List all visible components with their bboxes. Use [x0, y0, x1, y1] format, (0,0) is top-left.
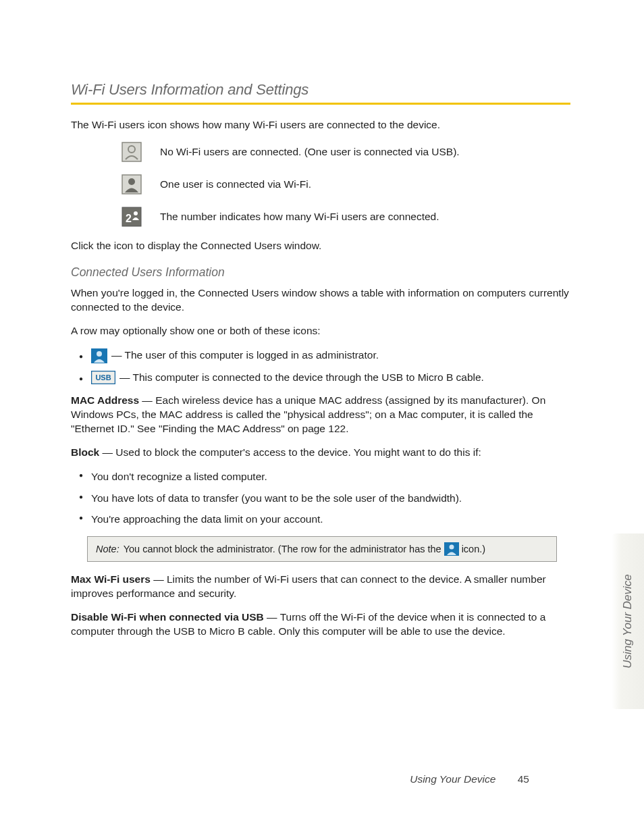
icon-bullet-0-text: — The user of this computer is logged in…: [111, 348, 379, 363]
svg-point-6: [134, 211, 138, 215]
icon-bullet-list: — The user of this computer is logged in…: [71, 348, 570, 385]
page-title: Wi-Fi Users Information and Settings: [71, 81, 570, 99]
note-label: Note:: [96, 544, 119, 554]
mac-address-body: — Each wireless device has a unique MAC …: [71, 394, 545, 434]
note-text-a: You cannot block the administrator. (The…: [124, 544, 441, 554]
icon-row-0: No Wi-Fi users are connected. (One user …: [71, 142, 570, 162]
block-reason-1: You have lots of data to transfer (you w…: [71, 491, 570, 506]
icon-bullet-1-text: — This computer is connected to the devi…: [119, 370, 484, 385]
admin-user-icon-small: [444, 542, 459, 556]
disable-wifi-lead: Disable Wi-Fi when connected via USB: [71, 611, 264, 623]
sub-paragraph-2: A row may optionally show one or both of…: [71, 324, 570, 338]
footer-page-number: 45: [518, 773, 529, 785]
icon-row-1: One user is connected via Wi-Fi.: [71, 174, 570, 194]
click-prompt: Click the icon to display the Connected …: [71, 239, 570, 253]
mac-address-lead: MAC Address: [71, 394, 139, 406]
icon-bullet-0: — The user of this computer is logged in…: [71, 348, 570, 363]
block-lead: Block: [71, 446, 99, 458]
usb-badge-icon: USB: [91, 370, 115, 385]
note-text-b: icon.): [462, 544, 485, 554]
wifi-users-none-icon: [111, 142, 152, 162]
max-wifi-paragraph: Max Wi-Fi users — Limits the number of W…: [71, 573, 570, 601]
icon-row-0-text: No Wi-Fi users are connected. (One user …: [152, 146, 570, 158]
footer-chapter: Using Your Device: [410, 773, 495, 785]
title-rule: [71, 103, 570, 105]
disable-wifi-paragraph: Disable Wi-Fi when connected via USB — T…: [71, 610, 570, 639]
block-reasons-list: You don't recognize a listed computer. Y…: [71, 469, 570, 527]
icon-row-2: 2 The number indicates how many Wi-Fi us…: [71, 207, 570, 227]
mac-address-paragraph: MAC Address — Each wireless device has a…: [71, 394, 570, 436]
wifi-users-one-icon: [111, 174, 152, 194]
svg-point-3: [128, 178, 135, 185]
intro-paragraph: The Wi-Fi users icon shows how many Wi-F…: [71, 118, 570, 132]
wifi-users-number-icon: 2: [111, 207, 152, 227]
max-wifi-lead: Max Wi-Fi users: [71, 573, 151, 585]
svg-text:USB: USB: [95, 373, 111, 382]
admin-user-icon: [91, 348, 107, 363]
side-tab-label: Using Your Device: [621, 574, 635, 669]
block-body: — Used to block the computer's access to…: [99, 446, 481, 458]
svg-point-12: [449, 545, 454, 550]
sub-paragraph-1: When you're logged in, the Connected Use…: [71, 286, 570, 315]
side-tab: Using Your Device: [612, 533, 644, 709]
block-reason-0: You don't recognize a listed computer.: [71, 469, 570, 484]
icon-bullet-1: USB — This computer is connected to the …: [71, 370, 570, 385]
icon-row-2-text: The number indicates how many Wi-Fi user…: [152, 211, 570, 223]
page-footer: Using Your Device 45: [0, 773, 644, 785]
page-content: Wi-Fi Users Information and Settings The…: [71, 81, 570, 648]
block-reason-2: You're approaching the data limit on you…: [71, 512, 570, 527]
svg-text:2: 2: [126, 213, 132, 224]
block-paragraph: Block — Used to block the computer's acc…: [71, 446, 570, 460]
icon-row-1-text: One user is connected via Wi-Fi.: [152, 178, 570, 190]
svg-point-8: [97, 351, 102, 357]
subsection-title: Connected Users Information: [71, 265, 570, 280]
note-box: Note: You cannot block the administrator…: [87, 536, 557, 562]
